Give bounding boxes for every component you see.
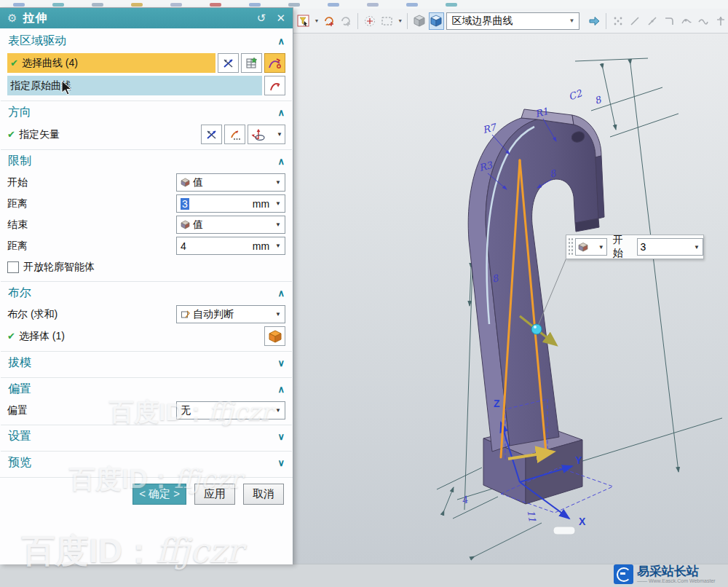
ribbon-fragment [52, 3, 64, 7]
section-boolean: 布尔 ∧ 布尔 (求和) 自动判断 ▼ ✔ 选择体 (1) [1, 282, 292, 352]
drag-handle-highlight [534, 326, 537, 328]
curve-list-icon[interactable] [241, 53, 262, 73]
model-body[interactable] [468, 109, 604, 504]
expand-icon[interactable]: ∨ [277, 358, 285, 369]
toolbar-grip-handle[interactable] [568, 237, 573, 256]
offset-mode-caret-icon: ▼ [275, 407, 281, 414]
apply-button[interactable]: 应用 [194, 484, 235, 505]
boolean-label: 布尔 (求和) [7, 308, 58, 321]
dialog-title: 拉伸 [23, 11, 246, 26]
spinner-caret-icon: ▼ [694, 244, 700, 251]
vector-type-caret-icon: ▼ [277, 131, 282, 138]
snap-point-on-curve-icon[interactable] [679, 12, 694, 30]
snap-point-pattern-icon[interactable] [611, 12, 625, 30]
ok-button[interactable]: < 确定 > [132, 484, 186, 505]
close-icon[interactable]: ✕ [276, 12, 285, 25]
snap-endpoint-icon[interactable] [628, 12, 642, 30]
boolean-mode-caret-icon: ▼ [275, 311, 281, 318]
check-icon: ✔ [10, 58, 18, 68]
intersection-stop-icon[interactable] [218, 53, 239, 73]
vector-type-combo[interactable]: ▼ [248, 125, 285, 144]
collapse-icon[interactable]: ∧ [277, 288, 285, 299]
toolbar-separator [357, 13, 358, 29]
type-filter-icon[interactable] [296, 12, 311, 30]
model-canvas[interactable] [293, 34, 728, 564]
boolean-mode-combo[interactable]: 自动判断 ▼ [176, 305, 285, 323]
start-value-spinner[interactable]: 3 ▼ [637, 238, 703, 256]
end-distance-unit[interactable]: mm [253, 240, 269, 252]
section-preview: 预览 ∨ [1, 452, 292, 477]
expand-icon[interactable]: ∨ [277, 457, 285, 468]
end-distance-input[interactable]: 4 mm ▼ [176, 237, 285, 255]
ribbon-fragment [131, 3, 143, 7]
vector-dialog-icon[interactable] [224, 125, 245, 144]
select-body-cube-icon[interactable] [264, 326, 285, 346]
offset-label: 偏置 [7, 404, 28, 417]
reset-icon[interactable]: ↺ [257, 12, 266, 25]
snap-point-scope-icon[interactable] [363, 12, 377, 30]
open-profile-row: 开放轮廓智能体 [1, 256, 292, 277]
boolean-mode-row: 布尔 (求和) 自动判断 ▼ [1, 304, 292, 325]
rectangle-select-icon[interactable] [380, 12, 395, 30]
deselect-icon[interactable] [339, 12, 353, 30]
section-header-offset[interactable]: 偏置 ∧ [1, 378, 292, 400]
swap-vector-icon[interactable] [201, 125, 222, 144]
site-logo-title: 易采站长站 [637, 565, 716, 578]
toolbar-separator [606, 13, 606, 29]
cancel-button[interactable]: 取消 [243, 484, 284, 505]
axis-handle-pill[interactable] [553, 527, 575, 535]
dialog-titlebar[interactable]: ⚙ 拉伸 ↺ ✕ [0, 8, 293, 28]
start-mode-mini-combo[interactable]: ▼ [575, 238, 607, 256]
end-mode-combo[interactable]: 值 ▼ [176, 216, 285, 234]
onscreen-input-toolbar: ▼ 开始 3 ▼ [566, 235, 704, 259]
collapse-icon[interactable]: ∧ [277, 384, 285, 395]
end-mode-value: 值 [193, 218, 275, 232]
start-mode-caret-icon: ▼ [275, 179, 281, 186]
section-header-limits[interactable]: 限制 ∧ [1, 150, 292, 172]
snap-corner-icon[interactable] [662, 12, 676, 30]
section-header-drive[interactable]: 表区域驱动 ∧ [1, 30, 292, 52]
snap-midpoint-icon[interactable] [645, 12, 660, 30]
inferred-cube-icon [181, 310, 190, 319]
curve-rule-caret-icon: ▼ [569, 17, 574, 24]
curve-rule-combo[interactable]: 区域边界曲线 ▼ [446, 12, 579, 30]
curve-rule-icon[interactable] [264, 53, 285, 73]
select-origin-curve-icon[interactable] [264, 76, 285, 95]
shaded-view-icon[interactable] [429, 12, 444, 30]
rectangle-select-caret-icon[interactable]: ▼ [397, 18, 403, 23]
collapse-icon[interactable]: ∧ [277, 107, 285, 118]
view-orient-cube-icon[interactable] [412, 12, 427, 30]
section-header-preview[interactable]: 预览 ∨ [1, 452, 292, 473]
origin-curve-field[interactable]: 指定原始曲线 [7, 76, 262, 95]
end-distance-label: 距离 [7, 240, 28, 253]
section-title: 偏置 [8, 382, 31, 397]
ribbon-fragment [288, 3, 300, 7]
ribbon-fragment [328, 3, 339, 7]
select-scope-icon[interactable] [321, 12, 336, 30]
mini-combo-caret-icon: ▼ [598, 244, 604, 251]
expand-icon[interactable]: ∨ [277, 431, 285, 442]
snap-intersection-icon[interactable] [713, 12, 727, 30]
open-profile-checkbox[interactable] [7, 261, 19, 273]
dialog-button-row: < 确定 > 应用 取消 [0, 477, 293, 509]
start-mode-combo[interactable]: 值 ▼ [176, 173, 285, 192]
check-icon: ✔ [7, 129, 15, 140]
offset-mode-combo[interactable]: 无 ▼ [176, 401, 285, 419]
section-header-boolean[interactable]: 布尔 ∧ [1, 282, 292, 304]
type-filter-caret-icon[interactable]: ▼ [314, 18, 319, 23]
select-curve-field[interactable]: ✔ 选择曲线 (4) [7, 53, 215, 73]
collapse-icon[interactable]: ∧ [277, 156, 285, 167]
section-header-draft[interactable]: 拔模 ∨ [1, 352, 292, 374]
mini-start-label: 开始 [613, 234, 633, 260]
start-distance-input[interactable]: 3 mm ▼ [176, 194, 285, 213]
mouse-cursor [61, 80, 73, 96]
start-row: 开始 值 ▼ [1, 172, 292, 193]
snap-tangent-icon[interactable] [696, 12, 711, 30]
collapse-icon[interactable]: ∧ [277, 36, 285, 47]
section-header-direction[interactable]: 方向 ∧ [1, 101, 292, 123]
start-distance-unit[interactable]: mm [253, 198, 269, 210]
confirm-arrow-icon[interactable] [586, 12, 601, 30]
section-header-settings[interactable]: 设置 ∨ [1, 425, 292, 447]
drag-handle-ball[interactable] [531, 324, 542, 334]
end-row: 结束 值 ▼ [1, 214, 292, 235]
